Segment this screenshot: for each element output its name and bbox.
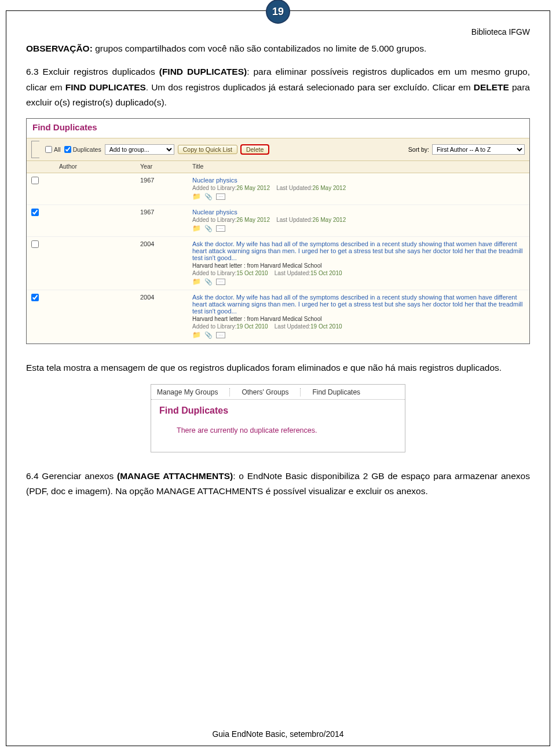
duplicates-checkbox-label[interactable]: Duplicates — [64, 146, 101, 153]
paperclip-icon[interactable]: 📎 — [204, 225, 213, 232]
added-label: Added to Library: — [192, 323, 236, 330]
sort-by-select[interactable]: First Author -- A to Z — [432, 144, 525, 155]
note-icon[interactable]: ⋯ — [216, 279, 225, 285]
table-row: 1967Nuclear physicsAdded to Library:26 M… — [27, 205, 529, 237]
observacao-text: grupos compartilhados com você não são c… — [93, 43, 426, 53]
sec64-num: 6.4 Gerenciar anexos — [26, 471, 117, 481]
paragraph-6-4: 6.4 Gerenciar anexos (MANAGE ATTACHMENTS… — [26, 469, 530, 499]
added-date: 15 Oct 2010 — [236, 270, 268, 276]
note-icon[interactable]: ⋯ — [216, 193, 225, 200]
row-checkbox[interactable] — [31, 209, 39, 216]
note-icon[interactable]: ⋯ — [216, 225, 225, 232]
row-author — [59, 240, 140, 285]
tab-others-groups[interactable]: Others' Groups — [229, 388, 288, 396]
row-body: Nuclear physicsAdded to Library:26 May 2… — [192, 177, 525, 200]
sort-by-label: Sort by: — [408, 146, 429, 153]
all-checkbox-label[interactable]: All — [45, 146, 61, 153]
fd-column-headers: Author Year Title — [27, 161, 529, 173]
row-meta: Added to Library:26 May 2012 Last Update… — [192, 185, 525, 191]
tab-find-duplicates[interactable]: Find Duplicates — [300, 388, 360, 396]
table-row: 1967Nuclear physicsAdded to Library:26 M… — [27, 173, 529, 205]
updated-label: Last Updated: — [275, 323, 310, 330]
fd-toolbar: All Duplicates Add to group... Copy to Q… — [27, 138, 529, 161]
copy-to-quicklist-button[interactable]: Copy to Quick List — [178, 145, 237, 154]
added-label: Added to Library: — [192, 217, 236, 223]
paragraph-observacao: OBSERVAÇÃO: grupos compartilhados com vo… — [26, 41, 530, 56]
note-icon[interactable]: ⋯ — [216, 332, 225, 338]
added-date: 19 Oct 2010 — [236, 323, 268, 330]
row-title-link[interactable]: Ask the doctor. My wife has had all of t… — [192, 294, 522, 315]
find-duplicates-bold1: (FIND DUPLICATES) — [159, 67, 247, 76]
row-source: Harvard heart letter : from Harvard Medi… — [192, 262, 525, 269]
row-title-link[interactable]: Ask the doctor. My wife has had all of t… — [192, 240, 522, 261]
row-body: Ask the doctor. My wife has had all of t… — [192, 294, 525, 338]
col-title[interactable]: Title — [192, 163, 525, 170]
row-year: 1967 — [140, 177, 192, 200]
col-author[interactable]: Author — [59, 163, 140, 170]
all-label: All — [54, 146, 61, 153]
updated-date: 15 Oct 2010 — [310, 270, 342, 276]
sec63-num: 6.3 Excluir registros duplicados — [26, 67, 159, 76]
row-icons: 📁📎⋯ — [192, 331, 525, 338]
duplicates-checkbox[interactable] — [64, 146, 71, 153]
paperclip-icon[interactable]: 📎 — [204, 193, 213, 200]
delete-button[interactable]: Delete — [241, 145, 269, 154]
add-to-group-select[interactable]: Add to group... — [105, 144, 174, 155]
folder-icon[interactable]: 📁 — [192, 331, 201, 338]
fd-panel-title: Find Duplicates — [27, 119, 529, 138]
row-year: 2004 — [140, 240, 192, 285]
row-title-link[interactable]: Nuclear physics — [192, 177, 237, 184]
all-checkbox[interactable] — [45, 146, 52, 153]
paperclip-icon[interactable]: 📎 — [204, 332, 213, 338]
row-icons: 📁📎⋯ — [192, 278, 525, 285]
row-body: Nuclear physicsAdded to Library:26 May 2… — [192, 209, 525, 232]
row-icons: 📁📎⋯ — [192, 225, 525, 232]
row-checkbox[interactable] — [31, 177, 39, 184]
row-author — [59, 177, 140, 200]
updated-date: 26 May 2012 — [312, 185, 346, 191]
sec63-text2: . Um dos registros duplicados já estará … — [146, 82, 474, 92]
updated-date: 26 May 2012 — [312, 217, 346, 223]
updated-date: 19 Oct 2010 — [310, 323, 342, 330]
added-date: 26 May 2012 — [236, 217, 270, 223]
tab-manage-my-groups[interactable]: Manage My Groups — [157, 388, 218, 396]
col-year[interactable]: Year — [140, 163, 192, 170]
row-year: 1967 — [140, 209, 192, 232]
duplicates-label: Duplicates — [73, 146, 101, 153]
folder-icon[interactable]: 📁 — [192, 225, 201, 232]
fd-rows-container: 1967Nuclear physicsAdded to Library:26 M… — [27, 173, 529, 344]
find-duplicates-bold2: FIND DUPLICATES — [65, 82, 146, 92]
updated-label: Last Updated: — [276, 217, 312, 223]
row-author — [59, 294, 140, 338]
folder-icon[interactable]: 📁 — [192, 278, 201, 285]
row-title-link[interactable]: Nuclear physics — [192, 209, 237, 216]
added-label: Added to Library: — [192, 185, 236, 191]
sort-container: Sort by: First Author -- A to Z — [408, 144, 525, 155]
folder-icon[interactable]: 📁 — [192, 193, 201, 200]
table-row: 2004Ask the doctor. My wife has had all … — [27, 237, 529, 290]
updated-label: Last Updated: — [275, 270, 310, 276]
row-meta: Added to Library:26 May 2012 Last Update… — [192, 217, 525, 223]
observacao-label: OBSERVAÇÃO: — [26, 43, 93, 53]
page-frame: 19 Biblioteca IFGW OBSERVAÇÃO: grupos co… — [6, 10, 550, 746]
row-year: 2004 — [140, 294, 192, 338]
added-date: 26 May 2012 — [236, 185, 270, 191]
page-number-badge: 19 — [266, 0, 290, 24]
delete-bold: DELETE — [474, 82, 509, 92]
tabs-header: Manage My Groups Others' Groups Find Dup… — [151, 385, 405, 400]
find-duplicates-panel: Find Duplicates All Duplicates Add to gr… — [26, 118, 530, 344]
updated-label: Last Updated: — [276, 185, 312, 191]
table-row: 2004Ask the doctor. My wife has had all … — [27, 290, 529, 344]
no-duplicates-panel: Manage My Groups Others' Groups Find Dup… — [151, 384, 405, 452]
row-checkbox[interactable] — [31, 240, 39, 248]
row-checkbox[interactable] — [31, 294, 39, 301]
manage-attachments-bold: (MANAGE ATTACHMENTS) — [117, 471, 233, 481]
brace-icon — [31, 141, 39, 158]
page-footer: Guia EndNote Basic, setembro/2014 — [6, 729, 550, 739]
paragraph-6-3: 6.3 Excluir registros duplicados (FIND D… — [26, 64, 530, 110]
fd-title-2: Find Duplicates — [151, 400, 405, 424]
row-icons: 📁📎⋯ — [192, 193, 525, 200]
paperclip-icon[interactable]: 📎 — [204, 279, 213, 285]
row-author — [59, 209, 140, 232]
added-label: Added to Library: — [192, 270, 236, 276]
